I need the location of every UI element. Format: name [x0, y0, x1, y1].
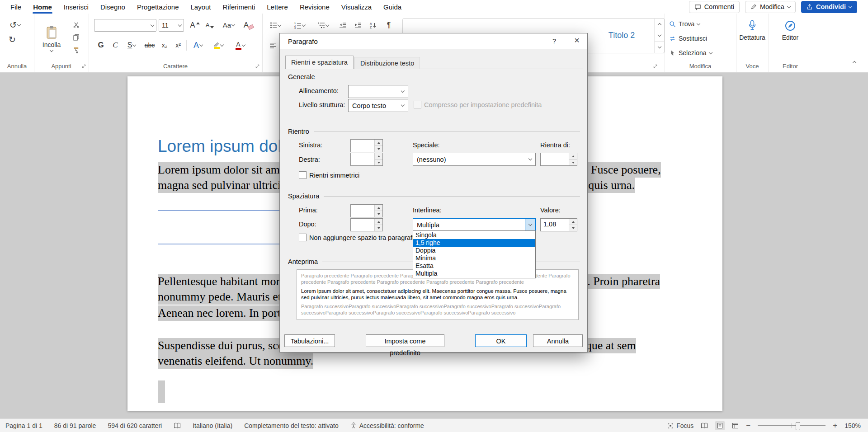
- underline-button[interactable]: S: [123, 39, 140, 52]
- spin-up-button[interactable]: [375, 140, 382, 146]
- outline-level-dropdown-button[interactable]: [398, 99, 408, 112]
- dialog-title-bar[interactable]: Paragrafo ? ×: [280, 33, 587, 49]
- font-name-combobox[interactable]: [94, 19, 156, 32]
- dialog-help-button[interactable]: ?: [545, 33, 564, 49]
- clear-formatting-button[interactable]: A: [241, 19, 256, 31]
- menu-tab-lettere[interactable]: Lettere: [261, 0, 294, 14]
- zoom-out-button[interactable]: −: [746, 421, 750, 430]
- menu-tab-home[interactable]: Home: [27, 0, 58, 14]
- option-doppia[interactable]: Doppia: [413, 247, 535, 254]
- spin-down-button[interactable]: [569, 160, 577, 165]
- no-space-between-paragraphs-checkbox[interactable]: [299, 234, 307, 241]
- language-indicator[interactable]: Italiano (Italia): [193, 422, 232, 429]
- numbered-list-button[interactable]: 123: [291, 20, 308, 31]
- spin-down-button[interactable]: [375, 160, 382, 165]
- option-esatta[interactable]: Esatta: [413, 262, 535, 270]
- spin-up-button[interactable]: [375, 205, 382, 211]
- comments-button[interactable]: Commenti: [689, 1, 740, 13]
- menu-tab-inserisci[interactable]: Inserisci: [58, 0, 94, 14]
- change-case-button[interactable]: Aa: [220, 19, 238, 31]
- share-button[interactable]: Condividi: [801, 1, 857, 13]
- strikethrough-button[interactable]: abc: [142, 39, 157, 52]
- page-indicator[interactable]: Pagina 1 di 1: [5, 422, 42, 429]
- increase-indent-button[interactable]: [352, 20, 364, 31]
- subscript-button[interactable]: x₂: [158, 39, 171, 52]
- highlight-color-button[interactable]: [209, 39, 228, 52]
- set-as-default-button[interactable]: Imposta come predefinito: [366, 334, 444, 347]
- spin-down-button[interactable]: [375, 211, 382, 217]
- option-multipla[interactable]: Multipla: [413, 270, 535, 277]
- character-count[interactable]: 594 di 620 caratteri: [108, 422, 162, 429]
- ok-button[interactable]: OK: [475, 334, 527, 347]
- bold-button[interactable]: G: [95, 39, 107, 52]
- cancel-button[interactable]: Annulla: [533, 334, 583, 347]
- spin-down-button[interactable]: [569, 225, 577, 231]
- multilevel-list-button[interactable]: [315, 20, 332, 31]
- editing-mode-button[interactable]: Modifica: [745, 1, 796, 13]
- line-spacing-combobox[interactable]: Multipla: [413, 218, 536, 231]
- menu-tab-riferimenti[interactable]: Riferimenti: [217, 0, 261, 14]
- copy-button[interactable]: [70, 32, 82, 42]
- clipboard-dialog-launcher[interactable]: [81, 63, 87, 69]
- sort-button[interactable]: AZ: [366, 20, 380, 31]
- spin-up-button[interactable]: [375, 153, 382, 160]
- option-minima[interactable]: Minima: [413, 254, 535, 262]
- text-effects-button[interactable]: A: [190, 39, 206, 52]
- spin-up-button[interactable]: [375, 219, 382, 225]
- gallery-more-button[interactable]: [655, 41, 664, 53]
- menu-tab-file[interactable]: File: [5, 0, 27, 14]
- select-button[interactable]: Seleziona: [669, 47, 712, 59]
- menu-tab-guida[interactable]: Guida: [377, 0, 407, 14]
- zoom-in-button[interactable]: +: [833, 421, 837, 430]
- paste-button[interactable]: Incolla: [38, 17, 66, 60]
- alignment-combobox[interactable]: [348, 85, 408, 98]
- proofing-status-button[interactable]: [174, 423, 181, 429]
- read-mode-button[interactable]: [701, 423, 708, 429]
- indent-right-spinner[interactable]: [350, 153, 383, 166]
- spin-down-button[interactable]: [375, 146, 382, 152]
- decrease-indent-button[interactable]: [336, 20, 349, 31]
- web-layout-button[interactable]: [732, 423, 739, 429]
- accessibility-indicator[interactable]: Accessibilità: conforme: [350, 422, 424, 429]
- zoom-level-button[interactable]: 150%: [844, 422, 861, 429]
- tab-indents-spacing[interactable]: Rientri e spaziatura: [285, 56, 354, 69]
- tab-line-page-breaks[interactable]: Distribuzione testo: [354, 57, 420, 69]
- font-name-dropdown-button[interactable]: [148, 19, 156, 31]
- cut-button[interactable]: [70, 19, 82, 30]
- gallery-scroll-up-button[interactable]: [655, 19, 664, 30]
- italic-button[interactable]: C: [109, 39, 121, 52]
- dictate-button[interactable]: Dettatura: [739, 20, 766, 41]
- collapse-ribbon-button[interactable]: [849, 58, 860, 66]
- line-spacing-dropdown-button[interactable]: [525, 219, 535, 231]
- tabs-button[interactable]: Tabulazioni...: [284, 334, 335, 347]
- redo-button[interactable]: ↻: [6, 33, 18, 45]
- gallery-scroll-down-button[interactable]: [655, 30, 664, 41]
- spin-up-button[interactable]: [569, 219, 577, 225]
- spacing-before-spinner[interactable]: [350, 204, 383, 217]
- alignment-dropdown-button[interactable]: [398, 85, 408, 98]
- indent-by-spinner[interactable]: [540, 153, 577, 166]
- spin-up-button[interactable]: [569, 153, 577, 160]
- font-size-combobox[interactable]: 11: [159, 19, 184, 32]
- zoom-slider-thumb[interactable]: [796, 422, 800, 430]
- menu-tab-progettazione[interactable]: Progettazione: [131, 0, 185, 14]
- font-dialog-launcher[interactable]: [255, 63, 260, 69]
- spacing-at-spinner[interactable]: 1,08: [540, 218, 577, 231]
- font-size-dropdown-button[interactable]: [176, 19, 184, 31]
- word-count[interactable]: 86 di 91 parole: [54, 422, 96, 429]
- shrink-font-button[interactable]: A: [203, 19, 217, 31]
- focus-mode-button[interactable]: Focus: [667, 422, 693, 429]
- undo-button[interactable]: ↺: [6, 19, 24, 31]
- replace-button[interactable]: Sostituisci: [669, 33, 707, 44]
- spacing-after-spinner[interactable]: [350, 218, 383, 231]
- style-item-titolo-2[interactable]: Titolo 2: [591, 20, 652, 50]
- option-singola[interactable]: Singola: [413, 231, 535, 239]
- outline-level-combobox[interactable]: Corpo testo: [348, 99, 408, 112]
- text-completion-indicator[interactable]: Completamento del testo: attivato: [244, 422, 339, 429]
- option-1-5-righe[interactable]: 1,5 righe: [413, 239, 535, 247]
- font-color-button[interactable]: A: [231, 39, 250, 52]
- spin-down-button[interactable]: [375, 225, 382, 231]
- dialog-close-button[interactable]: ×: [566, 33, 587, 49]
- special-combobox[interactable]: (nessuno): [413, 153, 536, 166]
- menu-tab-layout[interactable]: Layout: [185, 0, 217, 14]
